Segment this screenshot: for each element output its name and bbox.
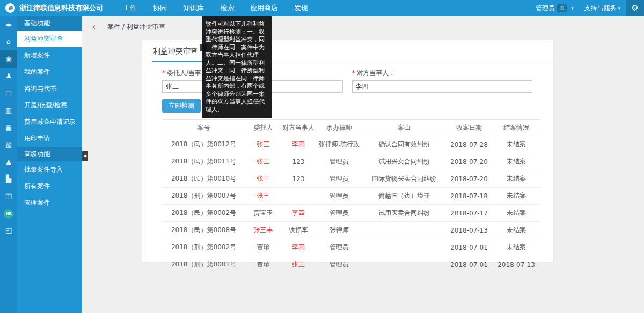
topbar-menu-item[interactable]: 检索 xyxy=(212,0,242,16)
cell-date: 2018-07-20 xyxy=(445,153,493,170)
cell-client: 贾珍 xyxy=(245,256,281,273)
breadcrumb: ‹ 案件 / 利益冲突审查 xyxy=(82,16,644,32)
table-row[interactable]: 2018（民）第0011号张三123管理员试用买卖合同纠纷2018-07-20未… xyxy=(162,153,540,170)
chevron-down-icon: ▾ xyxy=(571,5,574,11)
sidebar-collapse-button[interactable]: ◀ xyxy=(82,151,88,161)
topbar-menu-item[interactable]: 发现 xyxy=(286,0,316,16)
cell-client: 贾宝玉 xyxy=(245,205,281,222)
tab-conflict-review[interactable]: 利益冲突审查i xyxy=(152,40,208,62)
topbar-menu-item[interactable]: 协同 xyxy=(145,0,175,16)
sidebar-item[interactable]: 所有案件 xyxy=(17,178,82,195)
sidebar-item[interactable]: 我的案件 xyxy=(17,64,82,80)
sidebar-item[interactable]: 批量案件导入 xyxy=(17,161,82,178)
sidebar-section-header[interactable]: 基础功能 xyxy=(17,16,82,31)
conflict-info-tooltip: 软件可对以下几种利益冲突进行检测：一、双重代理型利益冲突，同一律师在同一案件中为… xyxy=(202,16,272,118)
cell-case_no: 2018（民）第0008号 xyxy=(162,222,245,239)
sidebar-item[interactable]: 新增案件 xyxy=(17,47,82,64)
column-header: 案由 xyxy=(363,120,445,136)
table-row[interactable]: 2018（刑）第0002号贾珍李四管理员2018-07-01未结案 xyxy=(162,239,540,256)
cell-case_no: 2018（民）第0010号 xyxy=(162,170,245,188)
sidebar-item[interactable]: 咨询与代书 xyxy=(17,80,82,97)
topbar-menu: 工作协同知识库检索应用商店发现 xyxy=(115,0,316,16)
table-row[interactable]: 2018（刑）第0001号贾珍张三管理员2018-07-012018-07-13 xyxy=(162,256,540,273)
panel-toggle-icon[interactable]: ◂▸ xyxy=(0,16,17,33)
sidebar-item[interactable]: 用印申请 xyxy=(17,130,82,147)
support-menu[interactable]: 支持与服务 ▾ xyxy=(579,0,626,16)
cell-opponent: 铁拐李 xyxy=(281,222,316,239)
column-header: 承办律师 xyxy=(316,120,363,136)
cell-client: 张三 xyxy=(245,170,281,188)
topbar-right: 管理员 0 ▾ 支持与服务 ▾ ⚙ xyxy=(530,0,644,16)
table-row[interactable]: 2018（民）第0008号张三丰铁拐李张律师2018-07-13未结案 xyxy=(162,222,540,239)
breadcrumb-path: 案件 / 利益冲突审查 xyxy=(107,23,165,32)
company-name: 浙江律联信息科技有限公司 xyxy=(19,3,103,13)
cell-client: 张三 xyxy=(245,153,281,170)
cell-date: 2018-07-20 xyxy=(445,170,493,188)
user-label: 管理员 xyxy=(536,4,555,13)
sidebar-item[interactable]: 费用减免申请记录 xyxy=(17,114,82,130)
table-row[interactable]: 2018（民）第0002号贾宝玉李四管理员试用买卖合同纠纷2018-07-17未… xyxy=(162,205,540,222)
cell-status: 未结案 xyxy=(493,239,540,256)
cell-date: 2018-07-28 xyxy=(445,136,493,153)
cell-lawyer: 管理员 xyxy=(316,205,363,222)
cell-date: 2018-07-01 xyxy=(445,239,493,256)
sidebar-section-header[interactable]: 高级功能 xyxy=(17,147,82,161)
settings-button[interactable]: ⚙ xyxy=(626,0,644,16)
image-icon[interactable]: ◫ xyxy=(0,188,17,205)
cell-client: 张三 xyxy=(245,188,281,205)
cell-case_no: 2018（刑）第0002号 xyxy=(162,239,245,256)
back-button[interactable]: ‹ xyxy=(90,22,103,32)
stats-icon[interactable]: ▧ xyxy=(0,136,17,153)
apps-icon[interactable]: ▦ xyxy=(0,119,17,136)
cell-date: 2018-07-18 xyxy=(445,188,493,205)
cell-case_no: 2018（刑）第0007号 xyxy=(162,188,245,205)
cell-lawyer: 管理员 xyxy=(316,239,363,256)
cell-status: 未结案 xyxy=(493,170,540,188)
cell-lawyer: 管理员 xyxy=(316,188,363,205)
cell-cause xyxy=(363,256,445,273)
idcard-icon[interactable]: ▥ xyxy=(0,102,17,119)
cell-opponent: 张三 xyxy=(281,256,316,273)
cell-case_no: 2018（刑）第0001号 xyxy=(162,256,245,273)
user-icon[interactable]: ♟ xyxy=(0,68,17,85)
app-logo-icon[interactable]: e xyxy=(5,3,15,13)
topbar-menu-item[interactable]: 工作 xyxy=(115,0,145,16)
sidebar-item[interactable]: 开庭/侦查/检察 xyxy=(17,97,82,114)
cell-lawyer: 管理员 xyxy=(316,170,363,188)
cell-client: 张三丰 xyxy=(245,222,281,239)
cell-lawyer: 张律师 xyxy=(316,222,363,239)
cell-lawyer: 张律师,陈行政 xyxy=(316,136,363,153)
check-now-button[interactable]: 立即检测 xyxy=(162,99,201,113)
topbar-menu-item[interactable]: 知识库 xyxy=(175,0,212,16)
cell-cause: 试用买卖合同纠纷 xyxy=(363,153,445,170)
cell-date: 2018-07-13 xyxy=(445,222,493,239)
conflict-review-icon[interactable]: ◉ xyxy=(0,50,17,68)
column-header: 委托人 xyxy=(245,120,281,136)
home-icon[interactable]: ⌂ xyxy=(0,33,17,50)
cell-status: 未结案 xyxy=(493,136,540,153)
hr-icon[interactable]: HR xyxy=(0,205,17,222)
table-row[interactable]: 2018（刑）第0007号张三管理员偷越国（边）境罪2018-07-18未结案 xyxy=(162,188,540,205)
cell-lawyer: 管理员 xyxy=(316,256,363,273)
tab-label: 利益冲突审查 xyxy=(153,47,198,55)
cell-status: 未结案 xyxy=(493,188,540,205)
cell-status: 未结案 xyxy=(493,222,540,239)
cell-client: 张三 xyxy=(245,136,281,153)
table-row[interactable]: 2018（民）第0010号张三123管理员国际货物买卖合同纠纷2018-07-2… xyxy=(162,170,540,188)
sidebar-item[interactable]: 管理案件 xyxy=(17,195,82,211)
print-icon[interactable]: ▤ xyxy=(0,85,17,102)
box-icon[interactable]: ◰ xyxy=(0,222,17,239)
sidebar-menu: 基础功能利益冲突审查新增案件我的案件咨询与代书开庭/侦查/检察费用减免申请记录用… xyxy=(17,16,82,313)
user-menu[interactable]: 管理员 0 ▾ xyxy=(530,0,579,16)
topbar-menu-item[interactable]: 应用商店 xyxy=(242,0,286,16)
cell-status: 未结案 xyxy=(493,153,540,170)
upload-icon[interactable]: ▲ xyxy=(0,153,17,170)
column-header: 案号 xyxy=(162,120,245,136)
main-content: ‹ 案件 / 利益冲突审查 利益冲突审查i *委托人/当事人： *对方当事人： xyxy=(82,16,644,313)
chart-icon[interactable]: ▙ xyxy=(0,170,17,188)
table-row[interactable]: 2018（民）第0012号张三李四张律师,陈行政确认合同有效纠纷2018-07-… xyxy=(162,136,540,153)
opponent-input[interactable] xyxy=(352,80,533,93)
column-header: 结案情况 xyxy=(493,120,540,136)
cell-case_no: 2018（民）第0002号 xyxy=(162,205,245,222)
sidebar-item[interactable]: 利益冲突审查 xyxy=(17,31,82,47)
